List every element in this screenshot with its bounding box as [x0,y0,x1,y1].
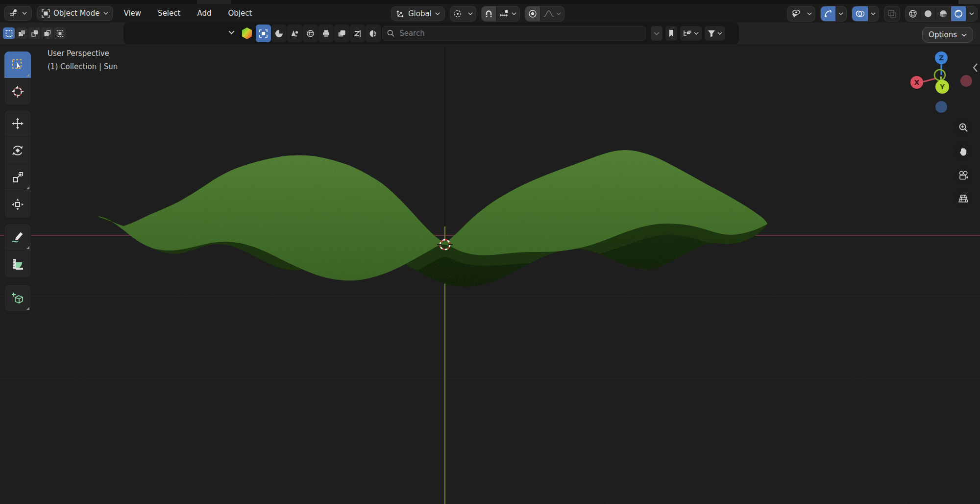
active-object-label: (1) Collection | Sun [48,62,118,71]
proportional-falloff-selector[interactable] [540,6,564,21]
menu-object[interactable]: Object [222,6,258,21]
chevron-down-icon [961,33,967,37]
gizmo-axis-z[interactable]: Z [935,51,948,64]
tab-view-layer[interactable] [334,25,349,42]
orientation-axes-icon [396,9,405,18]
menu-view[interactable]: View [118,6,147,21]
transform-orientation-selector[interactable]: Global [391,6,445,21]
editor-type-3d-viewport-icon [9,9,19,18]
falloff-curve-icon [543,10,554,18]
tool-annotate[interactable] [4,224,31,251]
tool-corner-indicator [26,307,29,310]
topbar-remnant-segment [197,0,231,4]
shading-wireframe-button[interactable] [906,6,920,21]
hand-icon [958,147,968,156]
gizmos-dropdown[interactable] [835,6,846,21]
chevron-down-icon [871,12,876,15]
mode-selector[interactable]: Object Mode [37,6,113,21]
snap-toggle[interactable] [482,6,496,21]
shading-solid-button[interactable] [921,6,935,21]
select-mode-intersect[interactable] [54,27,66,39]
gizmo-axis-y-negative[interactable] [934,70,945,80]
properties-tabs [256,25,381,42]
search-field[interactable] [382,26,646,41]
topbar-remnant-corner [958,0,980,4]
filter-funnel-icon [708,30,715,37]
terrain-mesh[interactable] [74,142,789,294]
pivot-point-icon [450,6,465,21]
chevron-down-icon [807,12,812,15]
tab-output[interactable] [318,25,334,42]
chevron-down-icon [969,12,974,15]
tab-data[interactable] [366,25,381,42]
editor-collapse-chevron[interactable] [228,30,235,34]
tool-corner-indicator [26,246,29,249]
select-mode-set[interactable] [3,27,15,39]
gizmo-axis-z-negative[interactable] [935,101,947,113]
gizmo-axis-x-negative[interactable] [960,75,972,87]
tool-cursor[interactable] [4,78,31,105]
chevron-down-icon [468,12,473,15]
proportional-editing-toggle[interactable] [525,6,540,21]
editor-type-button[interactable] [4,6,32,21]
display-mode-tree-icon [683,29,692,37]
select-mode-invert[interactable] [41,27,53,39]
orthographic-toggle[interactable] [955,190,972,207]
tab-render[interactable] [271,25,287,42]
search-input[interactable] [398,28,641,38]
zoom-control[interactable] [955,119,972,136]
pan-control[interactable] [955,143,972,160]
object-visibility-selector[interactable] [787,6,815,22]
filter-button[interactable] [705,26,725,41]
tab-compositor[interactable] [350,25,365,42]
search-icon [387,29,394,37]
tab-scene[interactable] [287,25,302,42]
navigation-gizmo[interactable]: Z X Y [910,48,975,117]
select-mode-extend[interactable] [16,27,27,39]
grid-perspective-icon [958,194,969,203]
tool-transform[interactable] [4,191,31,218]
svg-text:X: X [914,78,920,86]
select-mode-subtract[interactable] [28,27,40,39]
menu-add[interactable]: Add [191,6,217,21]
tool-move[interactable] [4,110,31,137]
tool-measure[interactable] [4,251,31,277]
menu-select[interactable]: Select [152,6,186,21]
shading-dropdown[interactable] [966,6,977,21]
tab-active-tool[interactable] [256,25,271,42]
tool-corner-indicator [26,74,29,76]
gizmo-axis-y[interactable]: Y [935,80,949,94]
overlays-toggle[interactable] [852,6,868,21]
snap-increment-icon [499,10,509,18]
sidebar-toggle-arrow[interactable] [972,63,978,73]
magnet-icon [485,10,493,18]
tool-rotate[interactable] [4,137,31,164]
chevron-down-icon [556,12,561,15]
proportional-editing-controls [525,6,564,22]
overlays-dropdown[interactable] [868,6,879,21]
gizmo-axis-x[interactable]: X [910,76,923,89]
tool-add-cube[interactable] [4,285,31,311]
toolbar-group-annotate [4,224,31,278]
display-mode-selector[interactable] [680,26,702,41]
options-dropdown[interactable]: Options [922,27,973,43]
bookmark-button[interactable] [665,26,677,41]
tab-world[interactable] [303,25,318,42]
shading-material-button[interactable] [936,6,951,21]
select-mode-group [3,27,66,39]
collapse-chevron-button[interactable] [651,26,662,41]
gizmos-toggle[interactable] [821,6,835,21]
pivot-point-selector[interactable] [450,6,476,22]
viewport-header: Object Mode View Select Add Object Globa… [0,4,980,23]
xray-toggle[interactable] [884,6,900,22]
snap-target-selector[interactable] [496,6,519,21]
chevron-down-icon [435,12,440,15]
viewport-overlays-icon [855,9,865,18]
tool-scale[interactable] [4,164,31,191]
shading-rendered-button[interactable] [951,6,966,21]
viewport-canvas[interactable]: User Perspective (1) Collection | Sun [0,44,980,504]
scene-3d [0,44,980,504]
camera-view-control[interactable] [955,167,972,184]
tool-select-box[interactable] [4,51,31,78]
properties-strip [123,23,739,44]
